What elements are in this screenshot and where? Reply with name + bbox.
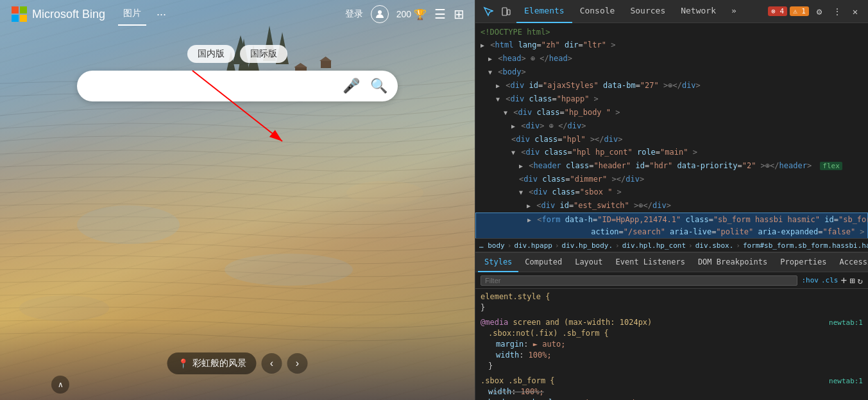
devtools-tabs: Elements Console Sources Network »	[516, 0, 765, 23]
styles-filter-input[interactable]	[481, 275, 797, 286]
nav-images[interactable]: 图片	[118, 3, 146, 26]
breadcrumb-form[interactable]: form#sb_form.sb_form.hassbi.hasmic	[743, 241, 868, 250]
image-location-label[interactable]: 📍 彩虹般的风景	[167, 352, 257, 374]
svg-point-15	[378, 10, 382, 14]
tab-domestic[interactable]: 国内版	[187, 45, 235, 63]
dom-line-est-switch[interactable]: ▶ <div id="est_switch" >⊕</div>	[475, 199, 868, 213]
bing-header: Microsoft Bing 图片 ··· 登录 200 🏆 ☰ ⊞	[0, 0, 475, 28]
css-rule-sbox-sbform: newtab:1 .sbox .sb_form { width: 100%; b…	[481, 376, 863, 400]
microsoft-icon	[10, 5, 28, 23]
dom-line-hpapp[interactable]: ▼ <div class="hpapp" >	[475, 92, 868, 106]
prev-image-button[interactable]: ‹	[262, 353, 282, 374]
dom-line-doctype[interactable]: <!DOCTYPE html>	[475, 26, 868, 39]
new-style-rule[interactable]: ⊞	[849, 275, 855, 286]
inspect-element-tool[interactable]	[481, 4, 496, 19]
dom-breadcrumb: … body › div.hpapp › div.hp_body. › div.…	[475, 238, 868, 252]
devtools-panel: Elements Console Sources Network » ⊗ 4 ⚠…	[475, 0, 868, 400]
bing-nav: 图片	[118, 3, 146, 26]
hamburger-button[interactable]: ☰	[434, 6, 446, 22]
points-value: 200	[396, 9, 411, 19]
tab-dom-breakpoints[interactable]: DOM Breakpoints	[692, 253, 774, 272]
dom-line-hpl[interactable]: <div class="hpl" ></div>	[475, 133, 868, 146]
breadcrumb-hpapp[interactable]: div.hpapp	[514, 241, 552, 250]
styles-refresh[interactable]: ↻	[858, 275, 863, 286]
bing-logo[interactable]: Microsoft Bing	[10, 5, 105, 23]
cls-toggle[interactable]: .cls	[821, 276, 838, 284]
trophy-icon: 🏆	[414, 8, 427, 21]
person-icon	[375, 9, 385, 19]
microphone-button[interactable]: 🎤	[337, 78, 365, 94]
dom-line-form[interactable]: ▶ <form data-h="ID=HpApp,21474.1" class=…	[475, 213, 868, 238]
dom-line-hpl-hpcont[interactable]: ▼ <div class="hpl hp_cont" role="main" >	[475, 146, 868, 159]
search-button[interactable]: 🔍	[370, 78, 387, 94]
tab-sources[interactable]: Sources	[622, 0, 673, 23]
hov-toggle[interactable]: :hov	[801, 276, 819, 284]
css-rule-element-style: element.style { }	[481, 291, 863, 313]
css-rule-media: newtab:1 @media screen and (max-width: 1…	[481, 317, 863, 372]
dom-line-sbox[interactable]: ▼ <div class="sbox " >	[475, 186, 868, 199]
svg-point-2	[225, 254, 353, 286]
styles-filter-row: :hov .cls + ⊞ ↻	[475, 272, 868, 289]
dom-line-ajaxstyles[interactable]: ▶ <div id="ajaxStyles" data-bm="27" >⊕</…	[475, 79, 868, 92]
dom-line-div-collapsed[interactable]: ▶ <div> ⊕ </div>	[475, 119, 868, 133]
filter-right: :hov .cls + ⊞ ↻	[801, 274, 863, 286]
bing-page: Microsoft Bing 图片 ··· 登录 200 🏆 ☰ ⊞ 国内版 国…	[0, 0, 475, 400]
tab-styles[interactable]: Styles	[478, 253, 518, 272]
add-style-button[interactable]: +	[840, 274, 847, 286]
cursor-icon	[483, 6, 493, 17]
styles-panel: Styles Computed Layout Event Listeners D…	[475, 252, 868, 400]
device-toolbar-toggle[interactable]	[498, 4, 514, 19]
svg-rect-11	[12, 6, 19, 13]
image-caption-bar: 📍 彩虹般的风景 ‹ ›	[167, 352, 308, 374]
tab-properties[interactable]: Properties	[774, 253, 833, 272]
bing-logo-label: Microsoft Bing	[32, 8, 105, 21]
dom-line-dimmer[interactable]: <div class="dimmer" ></div>	[475, 173, 868, 186]
tab-layout[interactable]: Layout	[568, 253, 609, 272]
tab-accessibility[interactable]: Accessibility	[833, 253, 868, 272]
qr-button[interactable]: ⊞	[454, 6, 464, 22]
svg-point-1	[77, 205, 180, 244]
user-avatar[interactable]	[371, 5, 389, 23]
tab-computed[interactable]: Computed	[518, 253, 568, 272]
tab-console[interactable]: Console	[572, 0, 623, 23]
svg-point-3	[19, 295, 109, 321]
tab-more[interactable]: »	[724, 0, 744, 23]
svg-rect-16	[502, 8, 507, 15]
search-bar-container: 🎤 🔍	[77, 71, 398, 101]
styles-content: element.style { } newtab:1 @media screen…	[475, 289, 868, 400]
breadcrumb-hpl-hpcont[interactable]: div.hpl.hp_cont	[622, 241, 686, 250]
close-devtools-button[interactable]: ✕	[847, 4, 863, 19]
svg-rect-14	[20, 15, 27, 22]
login-link[interactable]: 登录	[345, 8, 363, 20]
error-badge: ⊗ 4	[768, 6, 787, 16]
tab-international[interactable]: 国际版	[240, 45, 287, 63]
breadcrumb-hp-body[interactable]: div.hp_body.	[562, 241, 613, 250]
dom-line-html[interactable]: ▶ <html lang="zh" dir="ltr" >	[475, 39, 868, 52]
dom-tree[interactable]: <!DOCTYPE html> ▶ <html lang="zh" dir="l…	[475, 23, 868, 238]
header-more-dots[interactable]: ···	[157, 8, 166, 21]
device-icon	[501, 6, 511, 17]
settings-button[interactable]: ⚙	[812, 4, 827, 19]
location-text: 彩虹般的风景	[192, 358, 246, 369]
more-options-button[interactable]: ⋮	[830, 4, 845, 19]
search-input[interactable]	[87, 80, 337, 92]
points-display[interactable]: 200 🏆	[396, 8, 427, 21]
dom-line-body[interactable]: ▼ <body>	[475, 65, 868, 79]
svg-rect-13	[12, 15, 19, 22]
search-bar: 🎤 🔍	[77, 71, 398, 101]
breadcrumb-body[interactable]: … body	[479, 241, 505, 250]
dom-line-header[interactable]: ▶ <header class="header" id="hdr" data-p…	[475, 159, 868, 173]
breadcrumb-sbox[interactable]: div.sbox.	[695, 241, 734, 250]
dom-line-hp-body[interactable]: ▼ <div class="hp_body " >	[475, 106, 868, 119]
toolbar-right: ⊗ 4 ⚠ 1 ⚙ ⋮ ✕	[768, 4, 863, 19]
tab-event-listeners[interactable]: Event Listeners	[609, 253, 692, 272]
svg-rect-17	[507, 10, 510, 15]
next-image-button[interactable]: ›	[287, 353, 308, 374]
dom-line-head[interactable]: ▶ <head> ⊕ </head>	[475, 52, 868, 65]
warning-badge: ⚠ 1	[790, 6, 809, 16]
tab-elements[interactable]: Elements	[516, 0, 572, 23]
scroll-up-button[interactable]: ∧	[51, 376, 69, 394]
tab-network[interactable]: Network	[673, 0, 724, 23]
svg-rect-7	[321, 61, 331, 68]
location-tabs: 国内版 国际版	[187, 45, 287, 63]
